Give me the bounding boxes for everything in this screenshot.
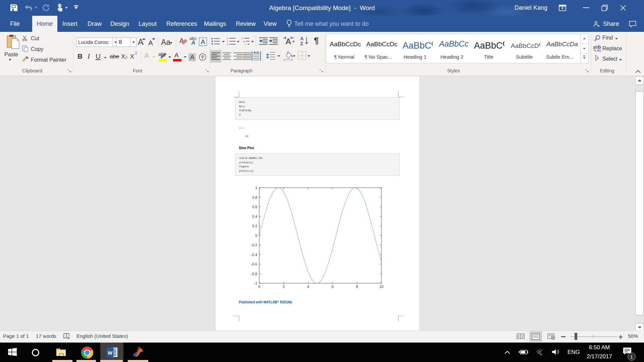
svg-text:3: 3 xyxy=(227,43,228,46)
svg-text:4: 4 xyxy=(307,285,309,289)
svg-text:1: 1 xyxy=(227,37,228,40)
svg-text:-0.4: -0.4 xyxy=(251,253,257,257)
svg-text:0: 0 xyxy=(258,285,260,289)
svg-text:2: 2 xyxy=(227,40,228,43)
svg-text:0.6: 0.6 xyxy=(252,205,257,209)
svg-text:8: 8 xyxy=(356,285,358,289)
svg-text:0.4: 0.4 xyxy=(252,215,257,219)
svg-text:-0.6: -0.6 xyxy=(251,262,257,266)
svg-text:A: A xyxy=(300,36,304,41)
svg-text:0.8: 0.8 xyxy=(252,195,257,199)
svg-text:10: 10 xyxy=(379,285,383,289)
svg-text:1: 1 xyxy=(255,186,257,190)
svg-text:a: a xyxy=(243,40,245,43)
svg-text:W: W xyxy=(108,350,113,356)
svg-text:i: i xyxy=(245,43,246,46)
svg-text:6: 6 xyxy=(331,285,333,289)
svg-text:-0.8: -0.8 xyxy=(251,272,257,276)
svg-text:0: 0 xyxy=(255,234,257,238)
svg-text:2: 2 xyxy=(283,285,285,289)
svg-text:-0.2: -0.2 xyxy=(251,243,257,247)
svg-text:-1: -1 xyxy=(254,281,257,285)
svg-text:0.2: 0.2 xyxy=(252,224,257,228)
svg-text:Z: Z xyxy=(300,41,303,46)
svg-text:1: 1 xyxy=(241,37,243,40)
